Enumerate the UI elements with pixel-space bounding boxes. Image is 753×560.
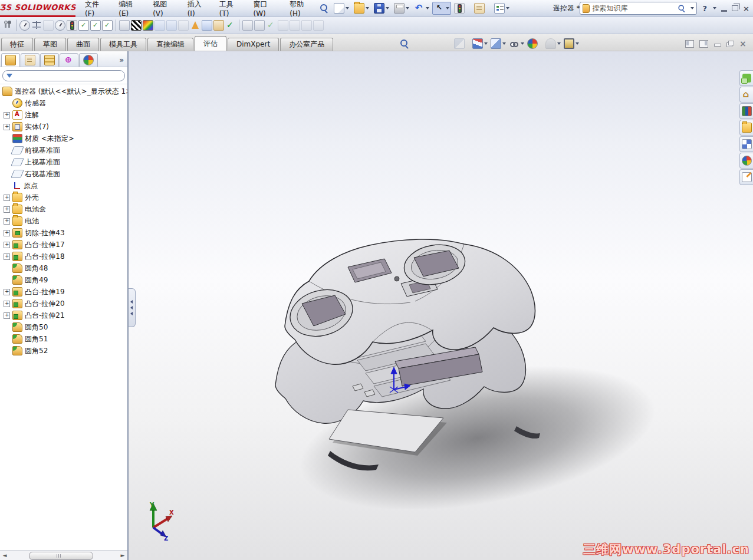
search-icon[interactable] — [677, 4, 685, 12]
graphics-viewport[interactable]: Y X Z — [129, 51, 753, 560]
design-checker-check-button[interactable] — [78, 20, 89, 31]
hide-show-items-button[interactable] — [509, 38, 524, 49]
featuremanager-design-tree-tab[interactable] — [1, 53, 20, 67]
print-button[interactable] — [392, 2, 411, 15]
expand-toggle[interactable] — [4, 112, 10, 118]
menu-item[interactable]: 窗口(W) — [247, 0, 284, 20]
menu-item[interactable]: 工具(T) — [213, 0, 248, 20]
menu-item[interactable]: 视图(V) — [147, 0, 181, 20]
edit-appearance-button[interactable] — [527, 38, 542, 49]
separator[interactable] — [16, 19, 17, 31]
dfmxpress-button[interactable] — [254, 20, 265, 31]
file-explorer-tab[interactable] — [739, 120, 753, 136]
minimize-button[interactable] — [721, 10, 727, 12]
tree-item[interactable]: 凸台-拉伸19 — [1, 286, 127, 298]
view-palette-tab[interactable] — [739, 136, 753, 152]
tree-item[interactable]: 圆角48 — [1, 262, 127, 274]
appearances-scenes-tab[interactable] — [739, 153, 753, 169]
driveworksxpress-button[interactable] — [266, 20, 277, 31]
display-style-button[interactable] — [491, 38, 506, 49]
commandmanager-tab[interactable]: DimXpert — [228, 38, 279, 51]
parting-line-analysis-button[interactable] — [178, 20, 189, 31]
design-checker-validate-button[interactable] — [90, 20, 101, 31]
search-commands-icon[interactable] — [319, 3, 329, 14]
section-view-button[interactable] — [454, 38, 469, 49]
simulation-advisor-button[interactable] — [301, 20, 312, 31]
expand-toggle[interactable] — [4, 218, 10, 225]
tree-item[interactable]: 前视基准面 — [1, 144, 127, 156]
view-orientation-button[interactable] — [472, 38, 488, 49]
restore-button[interactable] — [732, 5, 738, 11]
panel-horizontal-scrollbar[interactable]: ◄ ► — [0, 550, 127, 560]
commandmanager-tab[interactable]: 办公室产品 — [280, 38, 333, 51]
menu-item[interactable]: 文件(F) — [79, 0, 113, 20]
undo-button[interactable] — [412, 2, 431, 15]
file-properties-button[interactable] — [472, 2, 491, 15]
scrollbar-track[interactable] — [9, 551, 118, 559]
panel-collapse-splitter[interactable] — [129, 288, 136, 327]
custom-properties-tab[interactable] — [739, 169, 753, 185]
document-minimize-button[interactable] — [713, 41, 721, 47]
commandmanager-tab[interactable]: 模具工具 — [100, 38, 146, 51]
split-pane-right-button[interactable] — [699, 40, 708, 48]
tree-item[interactable]: 圆角50 — [1, 321, 127, 333]
rebuild-button[interactable] — [452, 2, 471, 15]
mass-properties-button[interactable] — [31, 20, 42, 31]
expand-toggle[interactable] — [4, 206, 10, 213]
costing-button[interactable] — [278, 20, 288, 31]
assembly-visualization-button[interactable] — [67, 20, 77, 31]
separator[interactable] — [239, 19, 239, 31]
tree-item[interactable]: 圆角51 — [1, 333, 127, 345]
view-settings-button[interactable] — [564, 38, 579, 49]
measure-button[interactable] — [19, 20, 30, 31]
search-dropdown-icon[interactable] — [690, 7, 694, 9]
sustainability-button[interactable] — [290, 20, 300, 31]
menu-item[interactable]: 帮助(H) — [284, 0, 318, 20]
help-button[interactable]: ? — [703, 5, 708, 12]
tree-item[interactable]: 原点 — [1, 180, 127, 192]
knowledge-search-input[interactable]: 搜索知识库 — [580, 2, 696, 15]
tree-item[interactable]: 凸台-拉伸21 — [1, 309, 127, 321]
commandmanager-tab[interactable]: 特征 — [1, 38, 33, 51]
new-document-button[interactable] — [332, 2, 351, 15]
expand-toggle[interactable] — [4, 230, 10, 236]
tree-item[interactable]: 切除-拉伸43 — [1, 227, 127, 239]
expand-toggle[interactable] — [4, 124, 10, 130]
panel-overflow-chevron[interactable] — [119, 56, 124, 64]
document-close-button[interactable]: × — [739, 41, 747, 47]
expand-toggle[interactable] — [4, 301, 10, 307]
zebra-stripes-button[interactable] — [131, 20, 142, 31]
displaymanager-tab[interactable] — [79, 53, 98, 67]
commandmanager-tab[interactable]: 草图 — [34, 38, 66, 51]
solidworks-resources-tab[interactable] — [739, 87, 753, 103]
draft-analysis-button[interactable] — [154, 20, 165, 31]
help-dropdown-icon[interactable] — [713, 7, 716, 9]
menu-item[interactable]: 插入(I) — [182, 0, 213, 20]
tree-item[interactable]: 凸台-拉伸20 — [1, 298, 127, 309]
deformation-check-button[interactable] — [313, 20, 324, 31]
section-properties-button[interactable] — [43, 20, 54, 31]
curvature-button[interactable] — [143, 20, 153, 31]
zoom-to-fit-button[interactable] — [399, 38, 415, 49]
propertymanager-tab[interactable] — [21, 53, 40, 67]
tree-item[interactable]: 右视基准面 — [1, 168, 127, 180]
performance-evaluation-button[interactable] — [55, 20, 65, 31]
error-diagnostics-button[interactable] — [190, 20, 200, 31]
zoom-to-area-button[interactable] — [417, 38, 433, 49]
commandmanager-tab[interactable]: 直接编辑 — [147, 38, 193, 51]
select-tool-button[interactable] — [432, 2, 451, 15]
tree-root-item[interactable]: 遥控器 (默认<<默认>_显示状态 1> — [1, 85, 127, 97]
configurationmanager-tab[interactable] — [40, 53, 59, 67]
tree-item[interactable]: 圆角49 — [1, 274, 127, 286]
dimxpertmanager-tab[interactable] — [60, 53, 78, 67]
remote-controller-model[interactable] — [259, 232, 672, 509]
expand-toggle[interactable] — [4, 312, 10, 319]
tree-item[interactable]: 凸台-拉伸18 — [1, 251, 127, 262]
apply-scene-button[interactable] — [545, 38, 561, 49]
smart-properties-button[interactable] — [2, 20, 13, 31]
tree-item[interactable]: 实体(7) — [1, 121, 127, 133]
open-button[interactable] — [352, 2, 371, 15]
design-checker-build-button[interactable] — [102, 20, 113, 31]
scroll-left-arrow[interactable]: ◄ — [0, 551, 9, 559]
tree-item[interactable]: 电池盒 — [1, 203, 127, 215]
